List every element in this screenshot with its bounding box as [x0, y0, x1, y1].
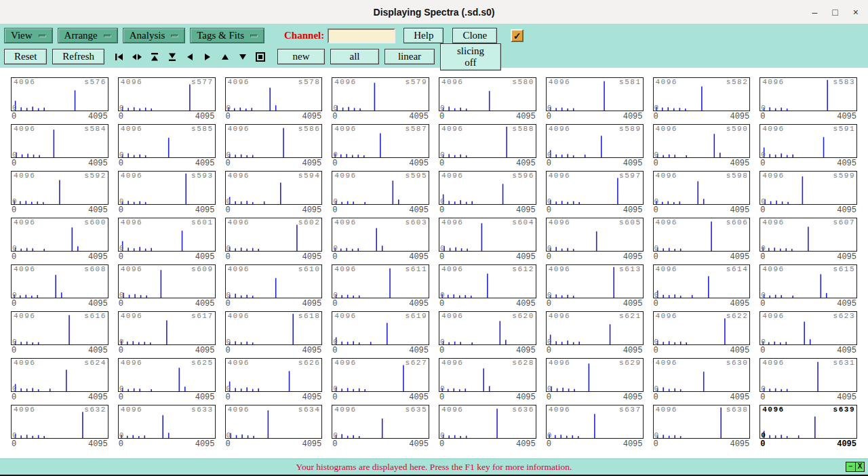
spectrum-panel[interactable]: 4096s6030: [332, 218, 429, 252]
help-button[interactable]: Help: [403, 28, 443, 43]
spectrum-cell[interactable]: 4096s593004095: [118, 171, 216, 216]
spectrum-panel[interactable]: 4096s6000: [11, 218, 108, 252]
spectrum-cell[interactable]: 4096s588004095: [439, 124, 536, 169]
spectrum-cell[interactable]: 4096s600004095: [11, 218, 108, 262]
spectrum-panel[interactable]: 4096s5800: [439, 77, 536, 111]
full-view-icon[interactable]: [255, 51, 267, 62]
spectrum-panel[interactable]: 4096s5880: [439, 124, 536, 158]
spectrum-panel[interactable]: 4096s5950: [332, 171, 429, 205]
spectrum-cell[interactable]: 4096s619004095: [332, 311, 429, 356]
spectrum-panel[interactable]: 4096s6300: [653, 358, 751, 392]
spectrum-cell[interactable]: 4096s638004095: [653, 405, 751, 450]
spectrum-cell[interactable]: 4096s613004095: [546, 264, 644, 309]
spectrum-cell[interactable]: 4096s601004095: [118, 218, 216, 262]
spectrum-cell[interactable]: 4096s579004095: [332, 77, 429, 122]
spectrum-cell[interactable]: 4096s584004095: [11, 124, 108, 169]
menu-tags-fits[interactable]: Tags & Fits: [190, 28, 264, 43]
spectrum-panel[interactable]: 4096s5810: [546, 77, 644, 111]
spectrum-cell[interactable]: 4096s604004095: [439, 218, 536, 262]
spectrum-panel[interactable]: 4096s6180: [225, 311, 323, 345]
spectrum-cell[interactable]: 4096s578004095: [225, 77, 323, 122]
spectrum-panel[interactable]: 4096s6080: [11, 264, 108, 298]
expand-horizontal-icon[interactable]: [132, 51, 143, 62]
spectrum-panel[interactable]: 4096s5970: [546, 171, 644, 205]
spectrum-cell[interactable]: 4096s630004095: [653, 358, 751, 403]
spectrum-cell[interactable]: 4096s599004095: [760, 171, 857, 216]
spectrum-panel[interactable]: 4096s6390: [760, 405, 857, 439]
spectrum-panel[interactable]: 4096s6360: [439, 405, 536, 439]
spectrum-cell[interactable]: 4096s583004095: [760, 77, 857, 122]
channel-input[interactable]: [328, 28, 395, 43]
spectrum-panel[interactable]: 4096s5900: [653, 124, 751, 158]
spectrum-cell[interactable]: 4096s627004095: [332, 358, 429, 403]
spectrum-cell[interactable]: 4096s595004095: [332, 171, 429, 216]
spectrum-panel[interactable]: 4096s5960: [439, 171, 536, 205]
go-top-icon[interactable]: [149, 51, 161, 62]
close-icon[interactable]: ×: [853, 7, 859, 18]
spectrum-panel[interactable]: 4096s6370: [546, 405, 644, 439]
spectrum-cell[interactable]: 4096s612004095: [439, 264, 536, 309]
spectrum-cell[interactable]: 4096s623004095: [760, 311, 857, 356]
spectrum-cell[interactable]: 4096s606004095: [653, 218, 751, 262]
spectrum-cell[interactable]: 4096s590004095: [653, 124, 751, 169]
spectrum-panel[interactable]: 4096s5770: [118, 77, 216, 111]
go-first-icon[interactable]: [114, 51, 125, 62]
spectrum-cell[interactable]: 4096s580004095: [439, 77, 536, 122]
spectrum-panel[interactable]: 4096s5860: [225, 124, 323, 158]
spectrum-panel[interactable]: 4096s6210: [546, 311, 644, 345]
clone-button[interactable]: Clone: [452, 28, 497, 43]
spectrum-cell[interactable]: 4096s632004095: [11, 405, 108, 450]
spectrum-cell[interactable]: 4096s585004095: [118, 124, 216, 169]
go-bottom-icon[interactable]: [167, 51, 178, 62]
spectrum-cell[interactable]: 4096s624004095: [11, 358, 108, 403]
spectrum-cell[interactable]: 4096s598004095: [653, 171, 751, 216]
spectrum-cell[interactable]: 4096s617004095: [118, 311, 216, 356]
spectrum-panel[interactable]: 4096s6230: [760, 311, 857, 345]
spectrum-cell[interactable]: 4096s589004095: [546, 124, 644, 169]
spectrum-panel[interactable]: 4096s6200: [439, 311, 536, 345]
spectrum-cell[interactable]: 4096s611004095: [332, 264, 429, 309]
spectrum-cell[interactable]: 4096s591004095: [760, 124, 857, 169]
maximize-icon[interactable]: □: [832, 7, 837, 18]
spectrum-cell[interactable]: 4096s634004095: [225, 405, 323, 450]
spectrum-panel[interactable]: 4096s5980: [653, 171, 751, 205]
spectrum-panel[interactable]: 4096s6290: [546, 358, 644, 392]
spectrum-cell[interactable]: 4096s614004095: [653, 264, 751, 309]
spectrum-panel[interactable]: 4096s6350: [332, 405, 429, 439]
spectrum-panel[interactable]: 4096s6040: [439, 218, 536, 252]
all-button[interactable]: all: [330, 49, 379, 64]
spectrum-cell[interactable]: 4096s633004095: [118, 405, 216, 450]
spectrum-cell[interactable]: 4096s618004095: [225, 311, 323, 356]
refresh-button[interactable]: Refresh: [52, 49, 104, 64]
spectrum-panel[interactable]: 4096s6240: [11, 358, 108, 392]
spectrum-panel[interactable]: 4096s5830: [760, 77, 857, 111]
spectrum-panel[interactable]: 4096s6260: [225, 358, 323, 392]
spectrum-cell[interactable]: 4096s636004095: [439, 405, 536, 450]
spectrum-panel[interactable]: 4096s6380: [653, 405, 751, 439]
go-right-icon[interactable]: [202, 51, 214, 62]
spectrum-panel[interactable]: 4096s5790: [332, 77, 429, 111]
spectrum-panel[interactable]: 4096s5920: [11, 171, 108, 205]
spectrum-cell[interactable]: 4096s596004095: [439, 171, 536, 216]
spectrum-panel[interactable]: 4096s6220: [653, 311, 751, 345]
spectrum-cell[interactable]: 4096s582004095: [653, 77, 751, 122]
go-left-icon[interactable]: [184, 51, 196, 62]
spectrum-cell[interactable]: 4096s610004095: [225, 264, 323, 309]
spectrum-cell[interactable]: 4096s586004095: [225, 124, 323, 169]
spectrum-cell[interactable]: 4096s607004095: [760, 218, 857, 262]
spectrum-panel[interactable]: 4096s6170: [118, 311, 216, 345]
spectrum-cell[interactable]: 4096s615004095: [760, 264, 857, 309]
checked-checkbox[interactable]: ✓: [511, 29, 524, 42]
spectrum-panel[interactable]: 4096s6140: [653, 264, 751, 298]
spectrum-panel[interactable]: 4096s6250: [118, 358, 216, 392]
spectrum-panel[interactable]: 4096s6190: [332, 311, 429, 345]
spectrum-cell[interactable]: 4096s577004095: [118, 77, 216, 122]
new-button[interactable]: new: [277, 49, 325, 64]
menu-view[interactable]: View: [4, 28, 53, 43]
spectrum-panel[interactable]: 4096s6310: [760, 358, 857, 392]
spectrum-panel[interactable]: 4096s6090: [118, 264, 216, 298]
spectrum-panel[interactable]: 4096s5890: [546, 124, 644, 158]
go-down-icon[interactable]: [237, 51, 249, 62]
spectrum-panel[interactable]: 4096s5760: [11, 77, 108, 111]
spectrum-cell[interactable]: 4096s625004095: [118, 358, 216, 403]
